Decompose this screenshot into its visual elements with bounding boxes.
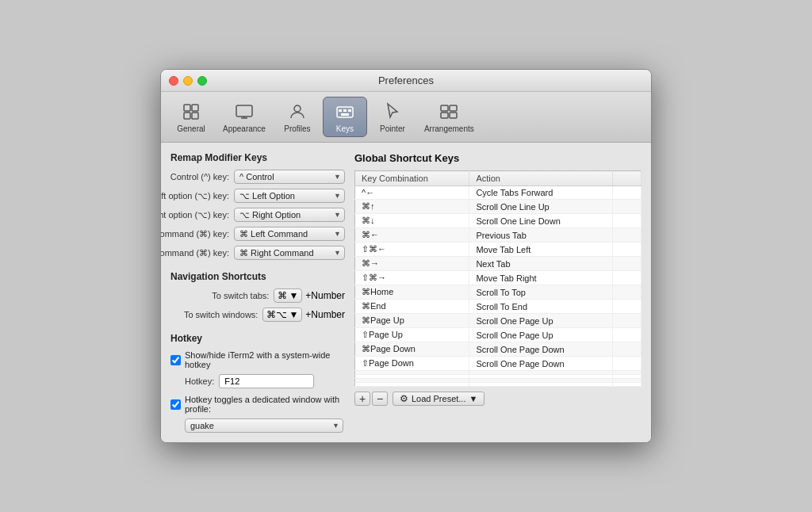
shortcut-extra bbox=[612, 186, 641, 200]
hotkey-checkbox1[interactable] bbox=[170, 355, 181, 365]
hotkey-checkbox1-label: Show/hide iTerm2 with a system-wide hotk… bbox=[185, 350, 345, 369]
shortcut-key: ⌘Page Up bbox=[355, 314, 469, 328]
table-row[interactable]: ⌘End Scroll To End bbox=[355, 300, 642, 314]
profile-select[interactable]: guake bbox=[185, 418, 343, 433]
toolbar-item-keys[interactable]: Keys bbox=[323, 97, 367, 137]
right-command-select[interactable]: ⌘ Right Command bbox=[234, 246, 345, 260]
right-option-row: Right option (⌥) key: ⌥ Right Option ▼ bbox=[170, 208, 345, 222]
minimize-button[interactable] bbox=[183, 76, 193, 86]
pointer-icon bbox=[381, 101, 404, 123]
hotkey-checkbox1-row: Show/hide iTerm2 with a system-wide hotk… bbox=[170, 350, 345, 369]
titlebar: Preferences bbox=[161, 70, 651, 92]
right-option-label: Right option (⌥) key: bbox=[160, 210, 229, 220]
remove-shortcut-button[interactable]: − bbox=[372, 392, 388, 406]
table-row[interactable]: ⌘→ Next Tab bbox=[355, 257, 642, 271]
shortcut-extra bbox=[612, 200, 641, 214]
shortcut-key: ⌘↓ bbox=[355, 214, 469, 228]
right-option-select[interactable]: ⌥ Right Option bbox=[234, 208, 345, 222]
shortcut-key: ⌘Page Down bbox=[355, 342, 469, 357]
profiles-icon bbox=[286, 101, 308, 123]
toolbar: General Appearance Profiles bbox=[161, 92, 651, 143]
hotkey-input-row: Hotkey: bbox=[185, 374, 345, 388]
right-command-row: Right command (⌘) key: ⌘ Right Command ▼ bbox=[170, 246, 345, 260]
switch-windows-arrow: ▼ bbox=[289, 309, 298, 320]
table-row[interactable]: ⌘↓ Scroll One Line Down bbox=[355, 214, 642, 228]
traffic-lights bbox=[169, 76, 207, 86]
shortcut-key: ⌘↑ bbox=[355, 200, 469, 214]
shortcut-action: Scroll One Page Up bbox=[469, 314, 613, 328]
svg-rect-15 bbox=[441, 113, 448, 118]
close-button[interactable] bbox=[169, 76, 178, 86]
left-option-select[interactable]: ⌥ Left Option bbox=[234, 189, 345, 203]
shortcut-action: Next Tab bbox=[469, 257, 613, 271]
shortcut-table: Key Combination Action ^← Cycle Tabs For… bbox=[354, 170, 642, 387]
table-row[interactable]: ⌘Page Down Scroll One Page Down bbox=[355, 342, 642, 357]
switch-windows-suffix: +Number bbox=[305, 309, 345, 320]
maximize-button[interactable] bbox=[197, 76, 207, 86]
table-row[interactable]: ⇧Page Down Scroll One Page Down bbox=[355, 357, 642, 371]
shortcut-extra bbox=[612, 314, 641, 328]
table-row[interactable]: ⇧Page Up Scroll One Page Up bbox=[355, 328, 642, 342]
svg-rect-3 bbox=[192, 113, 198, 119]
left-command-label: Left command (⌘) key: bbox=[160, 229, 229, 239]
profile-select-wrapper: guake ▼ bbox=[185, 418, 345, 433]
shortcut-extra bbox=[612, 300, 641, 314]
table-row[interactable]: ^← Cycle Tabs Forward bbox=[355, 186, 642, 200]
profiles-label: Profiles bbox=[284, 124, 310, 133]
shortcut-key: ⌘End bbox=[355, 300, 469, 314]
switch-tabs-row: To switch tabs: ⌘ ▼ +Number bbox=[170, 288, 345, 303]
hotkey-checkbox2-label: Hotkey toggles a dedicated window with p… bbox=[185, 395, 345, 414]
add-shortcut-button[interactable]: + bbox=[354, 392, 370, 406]
shortcut-key bbox=[355, 383, 469, 387]
shortcut-action: Move Tab Left bbox=[469, 243, 613, 257]
table-row[interactable]: ⌘← Previous Tab bbox=[355, 228, 642, 243]
left-command-select[interactable]: ⌘ Left Command bbox=[234, 227, 345, 241]
svg-rect-13 bbox=[441, 105, 448, 111]
shortcut-extra bbox=[612, 357, 641, 371]
shortcut-extra bbox=[612, 257, 641, 271]
toolbar-item-general[interactable]: General bbox=[169, 97, 213, 136]
toolbar-item-pointer[interactable]: Pointer bbox=[370, 97, 415, 136]
hotkey-checkbox2[interactable] bbox=[170, 399, 181, 410]
table-row[interactable]: ⇧⌘→ Move Tab Right bbox=[355, 271, 642, 285]
main-content: Remap Modifier Keys Control (^) key: ^ C… bbox=[161, 143, 651, 442]
shortcut-key: ⇧Page Up bbox=[355, 328, 469, 342]
toolbar-item-appearance[interactable]: Appearance bbox=[216, 97, 272, 136]
table-row[interactable]: ⌘↑ Scroll One Line Up bbox=[355, 200, 642, 214]
appearance-label: Appearance bbox=[223, 124, 266, 133]
switch-tabs-label: To switch tabs: bbox=[212, 291, 269, 300]
hotkey-input[interactable] bbox=[219, 374, 314, 388]
table-row[interactable]: ⌘Home Scroll To Top bbox=[355, 285, 642, 300]
remap-section-title: Remap Modifier Keys bbox=[170, 152, 345, 163]
shortcut-key: ⇧⌘← bbox=[355, 243, 469, 257]
table-row[interactable]: ⌘Page Up Scroll One Page Up bbox=[355, 314, 642, 328]
preferences-window: Preferences General Ap bbox=[160, 69, 652, 443]
pointer-label: Pointer bbox=[380, 124, 405, 133]
shortcut-action: Scroll To Top bbox=[469, 285, 613, 300]
col-action: Action bbox=[469, 171, 613, 186]
profile-select-outer: guake ▼ bbox=[185, 418, 343, 433]
toolbar-item-arrangements[interactable]: Arrangements bbox=[418, 97, 481, 136]
load-preset-arrow-icon: ▼ bbox=[469, 394, 478, 403]
left-option-label: Left option (⌥) key: bbox=[160, 191, 229, 201]
shortcut-key: ⌘Home bbox=[355, 285, 469, 300]
control-select[interactable]: ^ Control bbox=[234, 170, 345, 184]
svg-rect-9 bbox=[339, 109, 342, 112]
load-preset-button[interactable]: ⚙ Load Preset... ▼ bbox=[393, 392, 485, 406]
switch-tabs-kbd-wrapper: ⌘ ▼ +Number bbox=[274, 288, 345, 303]
shortcut-action: Scroll One Page Down bbox=[469, 357, 613, 371]
table-row[interactable] bbox=[355, 383, 642, 387]
general-label: General bbox=[177, 124, 205, 133]
switch-tabs-kbd[interactable]: ⌘ ▼ bbox=[274, 288, 302, 303]
shortcut-action: Scroll One Line Down bbox=[469, 214, 613, 228]
shortcut-action: Move Tab Right bbox=[469, 271, 613, 285]
shortcut-action: Scroll One Line Up bbox=[469, 200, 613, 214]
switch-windows-kbd[interactable]: ⌘⌥ ▼ bbox=[262, 308, 302, 322]
hotkey-checkbox2-row: Hotkey toggles a dedicated window with p… bbox=[170, 395, 345, 414]
right-command-label: Right command (⌘) key: bbox=[160, 248, 229, 258]
toolbar-item-profiles[interactable]: Profiles bbox=[275, 97, 320, 136]
switch-windows-row: To switch windows: ⌘⌥ ▼ +Number bbox=[170, 308, 345, 322]
table-row[interactable]: ⇧⌘← Move Tab Left bbox=[355, 243, 642, 257]
shortcut-key: ⌘→ bbox=[355, 257, 469, 271]
keys-icon bbox=[334, 101, 356, 123]
